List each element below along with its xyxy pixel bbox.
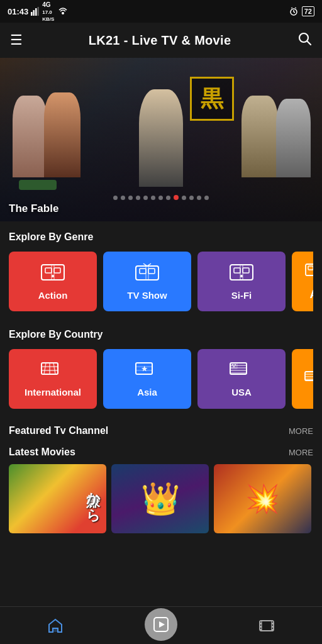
country-card-asia[interactable]: Asia — [103, 349, 191, 409]
featured-tv-title: Featured Tv Channel — [9, 425, 108, 436]
play-icon — [153, 616, 169, 633]
battery-display: 72 — [302, 6, 314, 16]
search-button[interactable] — [297, 31, 312, 50]
svg-rect-3 — [38, 7, 40, 16]
dot-9-active — [174, 195, 179, 200]
dot-12 — [197, 196, 201, 200]
country-card-usa[interactable]: USA — [197, 349, 286, 409]
dot-3 — [128, 196, 133, 200]
genre-card-scifi[interactable]: Si-Fi — [197, 252, 286, 311]
center-play-button[interactable] — [145, 608, 177, 641]
genre-section-title: Explore By Genre — [9, 231, 313, 243]
nav-home[interactable] — [34, 614, 77, 637]
country-card-other[interactable] — [292, 349, 313, 409]
dot-1 — [113, 196, 118, 200]
movie-thumb-1: 嫌 か ら — [9, 464, 106, 533]
action-label: Action — [38, 290, 68, 301]
svg-rect-57 — [53, 628, 58, 632]
svg-line-37 — [53, 363, 55, 374]
international-label: International — [25, 387, 81, 397]
svg-point-30 — [240, 275, 243, 277]
country-grid: International Asia — [9, 349, 313, 411]
svg-rect-14 — [54, 268, 60, 273]
hero-image: 黒 The Fable — [0, 58, 322, 221]
latest-movies-more-button[interactable]: MORE — [289, 448, 313, 457]
alarm-icon — [289, 7, 298, 16]
genre-card-action[interactable]: Action — [9, 252, 97, 311]
nav-film[interactable] — [245, 614, 288, 637]
dot-4 — [136, 196, 140, 200]
asia-flag-icon — [135, 360, 159, 382]
dot-10 — [182, 196, 186, 200]
svg-point-50 — [232, 364, 233, 365]
menu-button[interactable]: ☰ — [10, 32, 23, 48]
asia-label: Asia — [137, 387, 157, 397]
genre-card-tvshow[interactable]: TV Show — [103, 252, 191, 311]
movie-thumb-3: 💥 — [214, 464, 311, 533]
svg-rect-19 — [140, 269, 146, 274]
svg-point-52 — [233, 366, 235, 367]
dot-6 — [151, 196, 155, 200]
dot-11 — [189, 196, 194, 200]
svg-point-4 — [62, 12, 64, 14]
bottom-nav — [0, 606, 322, 644]
app-header: ☰ LK21 - Live TV & Movie — [0, 23, 322, 58]
network-type: 4G17.0KB/S — [42, 1, 54, 22]
tvshow-label: TV Show — [127, 290, 167, 301]
movie-card-2[interactable]: 👑 — [111, 464, 209, 533]
dot-2 — [121, 196, 125, 200]
movie-thumb-2: 👑 — [111, 464, 209, 533]
time-display: 01:43 — [8, 7, 28, 16]
svg-rect-27 — [243, 268, 249, 273]
svg-point-10 — [299, 33, 308, 42]
featured-tv-more-button[interactable]: MORE — [289, 426, 313, 436]
svg-rect-0 — [31, 12, 33, 16]
svg-line-35 — [44, 363, 46, 374]
svg-rect-26 — [234, 268, 240, 273]
svg-rect-2 — [35, 8, 37, 16]
latest-movies-title: Latest Movies — [9, 447, 75, 458]
svg-rect-13 — [45, 268, 52, 273]
dot-13 — [204, 196, 209, 200]
home-icon — [47, 617, 64, 635]
action-genre-icon — [40, 262, 65, 285]
explore-by-genre-section: Explore By Genre Action — [0, 221, 322, 319]
movies-grid: 嫌 か ら 👑 💥 — [0, 464, 322, 540]
film-icon — [258, 617, 275, 635]
country-card-international[interactable]: International — [9, 349, 97, 409]
status-left: 01:43 4G17.0KB/S — [8, 1, 68, 22]
svg-marker-59 — [159, 621, 165, 628]
anime-label: A — [310, 288, 314, 301]
svg-rect-1 — [33, 10, 35, 16]
app-title: LK21 - Live TV & Movie — [89, 33, 231, 48]
scifi-genre-icon — [229, 262, 254, 285]
svg-line-9 — [295, 8, 296, 8]
svg-rect-20 — [148, 269, 155, 274]
anime-genre-icon — [304, 262, 313, 283]
genre-grid: Action TV Show — [9, 252, 313, 314]
status-bar: 01:43 4G17.0KB/S 72 — [0, 0, 322, 23]
explore-by-country-section: Explore By Country International — [0, 319, 322, 416]
signal-icon — [31, 7, 40, 16]
genre-card-anime[interactable]: A — [292, 252, 313, 311]
international-flag-icon — [41, 360, 65, 382]
svg-line-11 — [308, 42, 311, 45]
hero-title: The Fable — [9, 203, 58, 215]
movie-card-1[interactable]: 嫌 か ら — [9, 464, 106, 533]
dot-5 — [143, 196, 148, 200]
dot-8 — [166, 196, 170, 200]
svg-point-17 — [52, 275, 54, 277]
svg-line-7 — [294, 12, 295, 13]
hero-banner[interactable]: 黒 The Fable — [0, 58, 322, 221]
usa-flag-icon — [230, 360, 253, 382]
scifi-label: Si-Fi — [231, 290, 252, 301]
other-flag-icon — [304, 370, 313, 388]
svg-rect-32 — [308, 266, 313, 270]
wifi-icon — [58, 7, 68, 16]
hero-kanji-sign: 黒 — [190, 77, 234, 121]
latest-movies-section-header: Latest Movies MORE — [0, 443, 322, 464]
tvshow-genre-icon — [135, 262, 160, 285]
svg-line-8 — [291, 8, 292, 8]
svg-point-51 — [235, 364, 236, 365]
movie-card-3[interactable]: 💥 — [214, 464, 311, 533]
